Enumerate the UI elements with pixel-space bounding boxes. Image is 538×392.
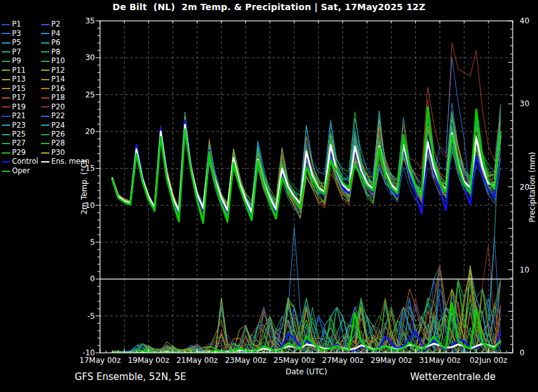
right-axis-tick-label: 0 — [520, 348, 525, 357]
x-axis-title: Date (UTC) — [285, 367, 327, 376]
x-axis-tick-label: 25May 00z — [273, 356, 315, 365]
y-axis-title-right: Precipitation (mm) — [528, 152, 537, 223]
x-axis-tick-label: 02Jun 00z — [470, 356, 507, 365]
x-axis-tick-label: 19May 00z — [128, 356, 169, 365]
left-axis-tick-label: 20 — [85, 127, 95, 136]
x-axis-tick-label: 21May 00z — [177, 356, 218, 365]
left-axis-tick-label: 0 — [90, 274, 95, 283]
x-axis-tick-label: 29May 00z — [371, 356, 412, 365]
site-credit-label: Wetterzentrale.de — [410, 371, 496, 383]
right-axis-tick-label: 30 — [520, 99, 529, 108]
y-axis-title-left: 2m Temp. (°C) — [80, 160, 89, 215]
left-axis-tick-label: 35 — [85, 16, 95, 25]
x-axis-tick-label: 17May 00z — [79, 356, 120, 365]
right-axis-tick-label: 40 — [520, 16, 529, 25]
left-axis-tick-label: 5 — [90, 238, 95, 247]
x-axis-tick-label: 23May 00z — [225, 356, 266, 365]
x-axis-tick-label: 27May 00z — [322, 356, 363, 365]
left-axis-tick-label: -5 — [87, 312, 95, 321]
left-axis-tick-label: 30 — [85, 53, 95, 62]
left-axis-tick-label: 25 — [85, 90, 95, 99]
ensemble-chart: -10-50510152025303540302010017May 00z19M… — [0, 0, 538, 392]
x-axis-tick-label: 31May 00z — [419, 356, 460, 365]
meteogram-page: De Bilt (NL) 2m Temp. & Precipitation | … — [0, 0, 538, 392]
model-location-label: GFS Ensemble, 52N, 5E — [75, 371, 186, 383]
right-axis-tick-label: 10 — [520, 266, 529, 274]
